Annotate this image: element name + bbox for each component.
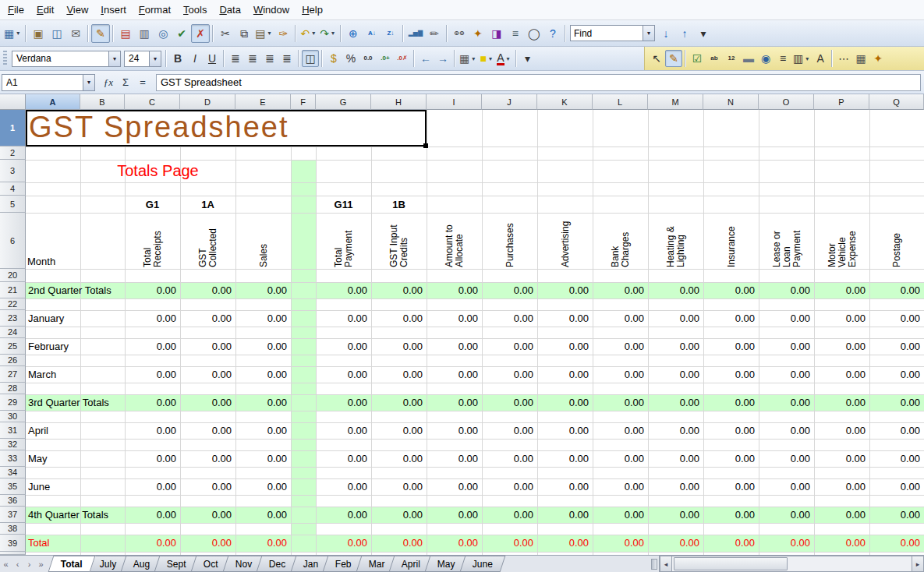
- gallery-button[interactable]: ◨: [487, 24, 506, 43]
- cell-e35[interactable]: 0.00: [235, 478, 287, 495]
- column-header-h[interactable]: H: [371, 94, 427, 110]
- copy-button[interactable]: ⧉: [235, 24, 253, 43]
- cell-c27[interactable]: 0.00: [125, 366, 176, 383]
- navigator-button[interactable]: ✦: [469, 24, 487, 43]
- tab-scroll-first-button[interactable]: «: [0, 556, 12, 572]
- formula-input[interactable]: GST Spreadsheet: [156, 74, 921, 91]
- cell-p27[interactable]: 0.00: [814, 366, 866, 383]
- merge-cells-button[interactable]: ◫: [302, 50, 319, 67]
- grid-corner[interactable]: [0, 94, 26, 110]
- cell-n21[interactable]: 0.00: [703, 282, 755, 298]
- menu-window[interactable]: Window: [247, 0, 296, 19]
- cell-e21[interactable]: 0.00: [235, 282, 287, 298]
- font-color-dropdown-icon[interactable]: ▾: [505, 55, 512, 62]
- cell-d23[interactable]: 0.00: [180, 310, 232, 327]
- cell-o21[interactable]: 0.00: [759, 282, 810, 298]
- menu-data[interactable]: Data: [213, 0, 246, 19]
- cell-c6[interactable]: Total Receipts: [125, 213, 180, 269]
- cell-l37[interactable]: 0.00: [593, 507, 644, 523]
- column-header-a[interactable]: A: [26, 94, 80, 110]
- open-button[interactable]: ▣: [29, 24, 48, 43]
- cell-i27[interactable]: 0.00: [427, 366, 478, 383]
- row-header-29[interactable]: 29: [0, 394, 26, 411]
- cell-e33[interactable]: 0.00: [235, 450, 287, 467]
- cell-q6[interactable]: Postage: [869, 213, 924, 269]
- cell-a6-month[interactable]: Month: [27, 213, 80, 269]
- column-header-j[interactable]: J: [482, 94, 537, 110]
- cell-j21[interactable]: 0.00: [482, 282, 533, 298]
- row-header-27[interactable]: 27: [0, 366, 26, 383]
- name-box-dropdown-icon[interactable]: ▾: [83, 75, 94, 90]
- name-box[interactable]: A1 ▾: [2, 74, 95, 91]
- cell-d25[interactable]: 0.00: [180, 338, 232, 355]
- cell-q39[interactable]: 0.00: [869, 535, 920, 552]
- cell-o6[interactable]: Lease or Loan Payment: [759, 213, 814, 269]
- cell-o39[interactable]: 0.00: [759, 535, 810, 552]
- cell-h23[interactable]: 0.00: [371, 310, 423, 327]
- cell-p23[interactable]: 0.00: [814, 310, 866, 327]
- row-header-37[interactable]: 37: [0, 507, 26, 523]
- cell-n31[interactable]: 0.00: [703, 422, 755, 439]
- column-header-f[interactable]: F: [291, 94, 316, 110]
- combo-box-button[interactable]: ▥▾: [791, 50, 812, 67]
- clone-formatting-button[interactable]: ✑: [274, 24, 292, 43]
- cell-n29[interactable]: 0.00: [703, 394, 755, 411]
- spelling-button[interactable]: ✔: [172, 24, 191, 43]
- cell-h37[interactable]: 0.00: [371, 507, 423, 523]
- cell-g35[interactable]: 0.00: [316, 478, 367, 495]
- cell-m31[interactable]: 0.00: [648, 422, 699, 439]
- tab-scroll-last-button[interactable]: »: [35, 556, 47, 572]
- label-field-button[interactable]: A: [812, 50, 829, 67]
- cell-g6[interactable]: Total Payment: [316, 213, 371, 269]
- column-header-n[interactable]: N: [703, 94, 759, 110]
- function-wizard-button[interactable]: ƒx: [101, 74, 116, 91]
- cell-h6[interactable]: GST Input Credits: [371, 213, 427, 269]
- push-button-button[interactable]: ▬: [740, 50, 757, 67]
- borders-dropdown-icon[interactable]: ▾: [470, 55, 476, 62]
- cell-m35[interactable]: 0.00: [648, 478, 699, 495]
- cell-e27[interactable]: 0.00: [235, 366, 287, 383]
- scrollbar-thumb[interactable]: [674, 557, 788, 570]
- cell-c39[interactable]: 0.00: [125, 535, 176, 552]
- cell-j23[interactable]: 0.00: [482, 310, 533, 327]
- cell-subtitle[interactable]: Totals Page: [80, 160, 235, 182]
- cell-h29[interactable]: 0.00: [371, 394, 423, 411]
- menu-tools[interactable]: Tools: [177, 0, 213, 19]
- print-button[interactable]: ▥: [135, 24, 154, 43]
- row-header-1[interactable]: 1: [0, 110, 26, 147]
- cell-i31[interactable]: 0.00: [427, 422, 478, 439]
- cell-g21[interactable]: 0.00: [316, 282, 367, 298]
- cell-m39[interactable]: 0.00: [648, 535, 699, 552]
- cell-q25[interactable]: 0.00: [869, 338, 920, 355]
- cell-d6[interactable]: GST Collected: [180, 213, 235, 269]
- select-button[interactable]: ↖: [648, 50, 665, 67]
- number-format-currency-button[interactable]: $: [325, 50, 342, 67]
- cell-l35[interactable]: 0.00: [593, 478, 644, 495]
- row-header-23[interactable]: 23: [0, 310, 26, 327]
- column-header-o[interactable]: O: [759, 94, 814, 110]
- cell-g31[interactable]: 0.00: [316, 422, 367, 439]
- row-header-35[interactable]: 35: [0, 478, 26, 495]
- cell-m27[interactable]: 0.00: [648, 366, 699, 383]
- cell-h25[interactable]: 0.00: [371, 338, 423, 355]
- cell-e39[interactable]: 0.00: [235, 535, 287, 552]
- row-header-28[interactable]: 28: [0, 383, 26, 394]
- cell-o37[interactable]: 0.00: [759, 507, 810, 523]
- cell-j35[interactable]: 0.00: [482, 478, 533, 495]
- cell-e6[interactable]: Sales: [235, 213, 291, 269]
- cell-q35[interactable]: 0.00: [869, 478, 920, 495]
- cell-p29[interactable]: 0.00: [814, 394, 866, 411]
- cell-d21[interactable]: 0.00: [180, 282, 232, 298]
- cell-e37[interactable]: 0.00: [235, 507, 287, 523]
- cell-e25[interactable]: 0.00: [235, 338, 287, 355]
- sheet-tab-june[interactable]: June: [460, 556, 506, 572]
- cell-p31[interactable]: 0.00: [814, 422, 866, 439]
- cell-l27[interactable]: 0.00: [593, 366, 644, 383]
- column-header-i[interactable]: I: [427, 94, 482, 110]
- cell-q33[interactable]: 0.00: [869, 450, 920, 467]
- row-header-34[interactable]: 34: [0, 467, 26, 478]
- cell-i23[interactable]: 0.00: [427, 310, 478, 327]
- find-combo-dropdown-icon[interactable]: ▾: [643, 26, 654, 41]
- row-header-5[interactable]: 5: [0, 196, 26, 213]
- export-as-pdf-button[interactable]: ▤: [116, 24, 135, 43]
